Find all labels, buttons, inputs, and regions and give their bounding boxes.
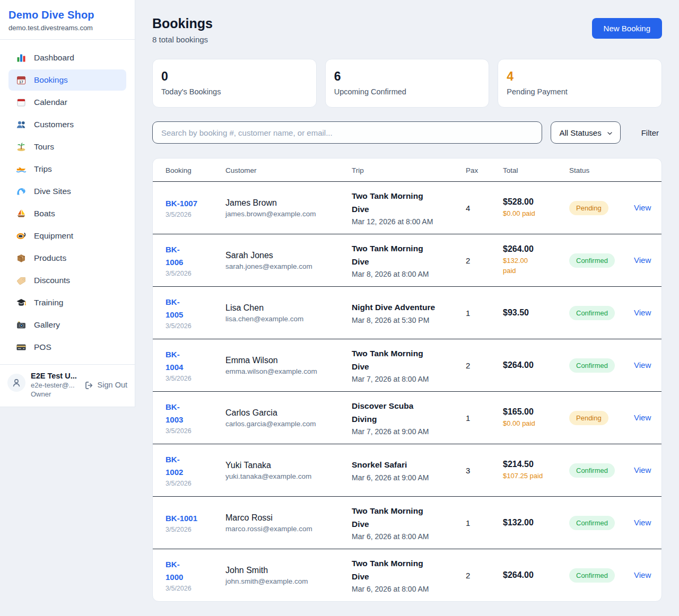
status-badge: Pending	[569, 411, 608, 425]
dive-mask-icon	[16, 231, 27, 241]
trip-datetime: Mar 7, 2026 at 9:00 AM	[352, 427, 455, 436]
page-title: Bookings	[152, 16, 213, 31]
view-link[interactable]: View	[634, 203, 651, 212]
user-email: e2e-tester@...	[31, 381, 77, 389]
main-content: Bookings 8 total bookings New Booking 0 …	[135, 0, 679, 616]
view-link[interactable]: View	[634, 518, 651, 527]
column-header-pax: Pax	[466, 160, 503, 181]
sidebar-item-dashboard[interactable]: Dashboard	[8, 47, 126, 68]
sidebar-item-discounts[interactable]: Discounts	[8, 270, 126, 291]
sidebar-item-label: Boats	[34, 209, 55, 218]
sidebar-item-calendar[interactable]: Calendar	[8, 92, 126, 113]
view-link[interactable]: View	[634, 413, 651, 422]
sidebar-item-label: Equipment	[34, 231, 73, 241]
total-amount: $93.50	[503, 308, 569, 318]
graduation-cap-icon	[16, 297, 27, 308]
paid-amount: $107.25 paid	[503, 471, 569, 481]
search-input[interactable]	[152, 121, 542, 144]
pax-count: 1	[466, 309, 503, 318]
sidebar-item-label: Products	[34, 253, 66, 263]
booking-id-link[interactable]: BK-1007	[166, 197, 197, 209]
speedboat-icon	[16, 164, 27, 174]
view-link[interactable]: View	[634, 570, 651, 579]
bar-chart-icon	[16, 52, 27, 63]
trip-datetime: Mar 12, 2026 at 8:00 AM	[352, 217, 455, 226]
page-header: Bookings 8 total bookings New Booking	[152, 16, 662, 44]
tear-calendar-icon	[16, 97, 27, 108]
avatar	[7, 374, 25, 392]
status-select[interactable]: All Statuses	[551, 121, 620, 144]
sidebar-nav: Dashboard 17 Bookings Calendar Customers…	[0, 40, 135, 364]
total-amount: $264.00	[503, 360, 569, 370]
stat-card-today-s-bookings: 0 Today's Bookings	[152, 59, 317, 108]
trip-name: Snorkel Safari	[352, 459, 455, 471]
view-link[interactable]: View	[634, 360, 651, 369]
brand-domain: demo.test.divestreams.com	[8, 24, 126, 32]
sidebar-item-trips[interactable]: Trips	[8, 159, 126, 180]
brand-block: Demo Dive Shop demo.test.divestreams.com	[0, 0, 135, 40]
view-link[interactable]: View	[634, 465, 651, 474]
sidebar-item-dive-sites[interactable]: Dive Sites	[8, 181, 126, 202]
table-row: BK- 1003 3/5/2026 Carlos Garcia carlos.g…	[153, 391, 661, 444]
booking-date: 3/5/2026	[166, 270, 225, 277]
booking-date: 3/5/2026	[166, 375, 225, 382]
booking-date: 3/5/2026	[166, 427, 225, 435]
user-name: E2E Test U...	[31, 372, 77, 380]
sidebar-item-boats[interactable]: Boats	[8, 203, 126, 224]
booking-date: 3/5/2026	[166, 322, 225, 330]
sidebar-item-label: Calendar	[34, 98, 67, 107]
booking-id-link[interactable]: BK- 1006	[166, 243, 183, 268]
sidebar-item-customers[interactable]: Customers	[8, 114, 126, 135]
pax-count: 3	[466, 466, 503, 475]
booking-id-link[interactable]: BK- 1004	[166, 348, 183, 373]
pax-count: 4	[466, 204, 503, 213]
column-header-total: Total	[503, 160, 569, 181]
customer-name: Carlos Garcia	[225, 408, 352, 418]
view-link[interactable]: View	[634, 308, 651, 317]
sidebar-item-label: Tours	[34, 142, 54, 152]
new-booking-button[interactable]: New Booking	[592, 18, 662, 39]
sidebar-item-training[interactable]: Training	[8, 292, 126, 313]
table-row: BK- 1002 3/5/2026 Yuki Tanaka yuki.tanak…	[153, 444, 661, 496]
trip-datetime: Mar 6, 2026 at 8:00 AM	[352, 585, 455, 593]
status-badge: Confirmed	[569, 568, 615, 583]
customer-name: Yuki Tanaka	[225, 461, 352, 470]
status-badge: Confirmed	[569, 358, 615, 373]
package-icon	[16, 253, 27, 263]
sidebar-item-gallery[interactable]: Gallery	[8, 314, 126, 336]
booking-id-link[interactable]: BK- 1003	[166, 401, 183, 426]
sidebar-item-products[interactable]: Products	[8, 248, 126, 269]
camera-icon	[16, 320, 27, 330]
booking-id-link[interactable]: BK- 1000	[166, 558, 183, 583]
view-link[interactable]: View	[634, 256, 651, 265]
sidebar-item-equipment[interactable]: Equipment	[8, 225, 126, 247]
sidebar-item-bookings[interactable]: 17 Bookings	[8, 69, 126, 91]
trip-datetime: Mar 8, 2026 at 5:30 PM	[352, 316, 455, 324]
trip-name: Night Dive Adventure	[352, 301, 455, 314]
brand-title: Demo Dive Shop	[8, 9, 126, 21]
booking-id-link[interactable]: BK-1001	[166, 512, 197, 524]
pax-count: 2	[466, 571, 503, 580]
trip-datetime: Mar 7, 2026 at 8:00 AM	[352, 375, 455, 383]
sidebar-item-label: Trips	[34, 164, 52, 174]
sign-out-icon	[84, 380, 94, 389]
table-header-row: BookingCustomerTripPaxTotalStatus	[153, 159, 661, 181]
stat-value: 4	[507, 69, 653, 84]
customer-name: James Brown	[225, 198, 352, 208]
credit-card-icon	[16, 342, 27, 353]
booking-date: 3/5/2026	[166, 480, 225, 487]
sailboat-icon	[16, 208, 27, 219]
sidebar-item-label: Customers	[34, 120, 74, 129]
booking-id-link[interactable]: BK- 1002	[166, 453, 183, 478]
sidebar-item-tours[interactable]: Tours	[8, 136, 126, 157]
booking-id-link[interactable]: BK- 1005	[166, 296, 183, 321]
user-icon	[11, 377, 22, 388]
trip-name: Two Tank Morning Dive	[352, 505, 455, 530]
filter-button[interactable]: Filter	[638, 128, 662, 137]
status-badge: Confirmed	[569, 253, 615, 268]
filter-row: All Statuses Filter	[152, 121, 662, 144]
sidebar: Demo Dive Shop demo.test.divestreams.com…	[0, 0, 135, 407]
sidebar-item-pos[interactable]: POS	[8, 337, 126, 358]
sign-out-button[interactable]: Sign Out	[84, 380, 127, 389]
pax-count: 2	[466, 256, 503, 265]
